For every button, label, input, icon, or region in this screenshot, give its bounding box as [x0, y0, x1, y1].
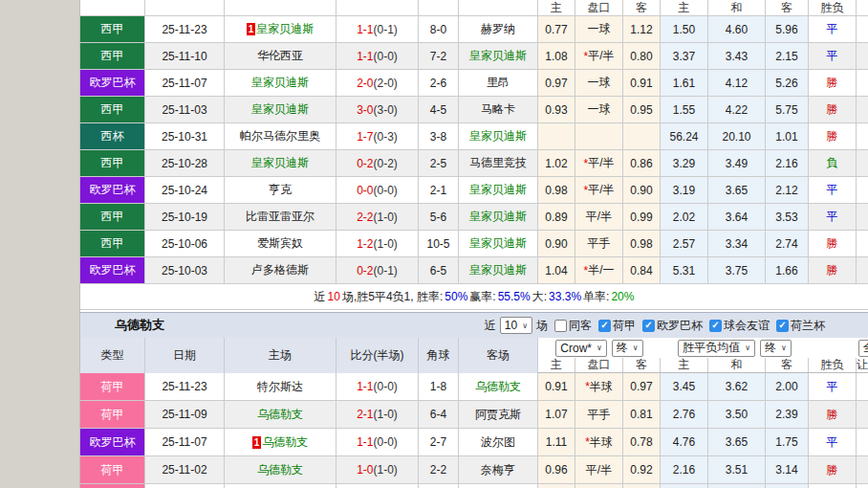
date-cell: 25-11-23 — [145, 373, 225, 400]
home-team-link[interactable]: 爱斯宾奴 — [257, 235, 303, 252]
home-team-link[interactable]: 皇家贝迪斯 — [251, 75, 309, 91]
match-row: 荷甲 — [80, 484, 868, 488]
corners-cell: 4-5 — [419, 97, 459, 122]
home-team-link[interactable]: 乌德勒支 — [257, 462, 303, 478]
home-team-link[interactable]: 乌德勒支 — [262, 434, 308, 451]
home-team-link[interactable]: 亨克 — [269, 182, 292, 198]
corners-cell: 1-8 — [419, 373, 459, 400]
euro-odds-mode-select[interactable]: 胜平负均值 ∨ — [678, 340, 755, 357]
home-team-link[interactable]: 帕尔马德尔里奥 — [240, 128, 320, 144]
score-cell: 1-1(0-0) — [336, 373, 419, 400]
col-header-6: 胜负 — [809, 0, 857, 15]
result-badge: 勝 — [827, 407, 838, 423]
ah-away-odds — [623, 484, 661, 488]
match-row: 西杯25-10-31帕尔马德尔里奥1-7(0-3)3-8皇家贝迪斯56.2420… — [80, 123, 868, 150]
fulltime-score: 2-1 — [357, 408, 373, 421]
match-row: 荷甲25-11-23特尔斯达1-1(0-0)1-8乌德勒支0.91*半球0.97… — [80, 373, 868, 401]
away-team-link[interactable]: 赫罗纳 — [481, 21, 515, 37]
league-filter-checkbox-1[interactable]: ✓ — [642, 320, 655, 332]
league-cell: 西杯 — [80, 123, 145, 149]
home-team-link[interactable]: 卢多格德斯 — [251, 262, 309, 278]
away-team-link[interactable]: 乌德勒支 — [475, 379, 521, 395]
result-cell: 平 — [809, 373, 857, 400]
result-cell: 勝 — [809, 401, 857, 428]
eu-away-odds: 5.75 — [766, 97, 809, 122]
league-filter-checkbox-2[interactable]: ✓ — [709, 320, 722, 332]
col-header-away: 客场 — [459, 338, 538, 373]
same-away-checkbox[interactable] — [554, 320, 567, 332]
away-team-link[interactable]: 皇家贝迪斯 — [469, 48, 527, 64]
home-team-link[interactable]: 皇家贝迪斯 — [256, 21, 314, 37]
home-cell: 帕尔马德尔里奥 — [225, 123, 336, 149]
eu-draw-odds: 4.12 — [708, 70, 766, 96]
col-header-eu-home: 主 — [661, 358, 708, 372]
away-team-link[interactable]: 皇家贝迪斯 — [469, 182, 527, 198]
table1-summary: 近10场,胜5平4负1, 胜率:50% 赢率:55.5% 大:33.3% 单率:… — [80, 284, 868, 310]
same-away-label: 同客 — [569, 318, 592, 334]
home-team-link[interactable]: 皇家贝迪斯 — [251, 155, 309, 171]
home-team-link[interactable]: 乌德勒支 — [257, 407, 303, 423]
near-label: 近 — [485, 318, 496, 334]
home-cell: 乌德勒支 — [225, 401, 336, 428]
home-team-link[interactable]: 华伦西亚 — [257, 48, 303, 64]
ah-away-odds: 0.80 — [623, 43, 661, 69]
home-team-link[interactable]: 比雷亚雷亚尔 — [246, 209, 315, 225]
fulltime-score: 1-1 — [357, 50, 373, 63]
euro-final-select[interactable]: 终 ∨ — [760, 340, 792, 357]
ah-home-odds: 0.93 — [538, 97, 575, 122]
away-team-link[interactable]: 里昂 — [487, 75, 510, 91]
corners-cell: 8-0 — [419, 16, 459, 42]
fulltime-score: 2-0 — [357, 77, 373, 90]
away-team-link[interactable]: 阿贾克斯 — [475, 407, 521, 423]
clipped-edge-cell — [857, 429, 868, 455]
clipped-edge-cell — [857, 43, 868, 69]
eu-away-odds: 2.00 — [766, 373, 809, 400]
score-cell: 1-1(0-1) — [336, 16, 419, 42]
match-row: 欧罗巴杯25-10-24亨克0-0(0-0)2-1皇家贝迪斯0.98*平/半0.… — [80, 177, 868, 204]
league-filter-checkbox-0[interactable]: ✓ — [598, 320, 611, 332]
clipped-edge-cell — [857, 231, 868, 256]
fulltime-score: 3-0 — [357, 103, 373, 117]
ah-line-cell: 平手 — [575, 231, 623, 256]
score-cell — [336, 484, 419, 488]
away-team-link[interactable]: 皇家贝迪斯 — [469, 209, 527, 225]
halftime-score: (0-3) — [374, 130, 398, 144]
chevron-down-icon: ∨ — [633, 344, 639, 352]
date-cell: 25-10-31 — [145, 123, 225, 149]
home-cell: 乌德勒支 — [225, 456, 336, 483]
clipped-edge-cell — [857, 401, 868, 428]
ah-home-odds: 0.98 — [538, 177, 575, 203]
fulltime-score: 1-1 — [357, 23, 373, 36]
ah-line-cell — [575, 123, 623, 149]
away-team-link[interactable]: 马德里竞技 — [469, 155, 527, 171]
home-cell: 1皇家贝迪斯 — [225, 16, 336, 42]
score-cell: 3-0(3-0) — [336, 97, 419, 122]
result-cell: 平 — [809, 43, 857, 69]
recent-count-value: 10 — [505, 319, 517, 332]
odds-company-select[interactable]: Crow* ∨ — [555, 340, 607, 357]
home-team-link[interactable]: 皇家贝迪斯 — [251, 101, 309, 118]
league-filter-checkbox-3[interactable]: ✓ — [776, 320, 789, 332]
clipped-edge-cell — [857, 123, 868, 149]
home-cell: 1乌德勒支 — [225, 429, 336, 455]
corners-cell: 2-1 — [419, 177, 459, 203]
away-team-link[interactable]: 皇家贝迪斯 — [469, 262, 527, 278]
away-team-link[interactable]: 马略卡 — [481, 101, 515, 118]
ah-home-odds: 0.77 — [538, 16, 575, 42]
ah-line-text: 半球 — [590, 434, 613, 451]
ah-line-text: 平/半 — [588, 182, 614, 198]
eu-away-odds: 5.96 — [766, 16, 809, 42]
clipped-edge-select[interactable]: 全 — [858, 340, 868, 357]
clipped-edge-column: 全 让 — [857, 338, 868, 372]
recent-count-select[interactable]: 10 ∨ — [500, 317, 532, 334]
summary-segment: 20% — [610, 290, 635, 303]
away-team-link[interactable]: 波尔图 — [481, 434, 515, 451]
away-team-link[interactable]: 皇家贝迪斯 — [469, 235, 527, 252]
home-cell — [225, 484, 336, 488]
eu-home-odds: 3.29 — [661, 150, 708, 176]
home-team-link[interactable]: 特尔斯达 — [257, 379, 303, 395]
handicap-final-select[interactable]: 终 ∨ — [612, 340, 643, 357]
away-team-link[interactable]: 奈梅亨 — [481, 462, 515, 478]
away-team-link[interactable]: 皇家贝迪斯 — [469, 128, 527, 144]
eu-draw-odds: 3.34 — [708, 231, 766, 256]
